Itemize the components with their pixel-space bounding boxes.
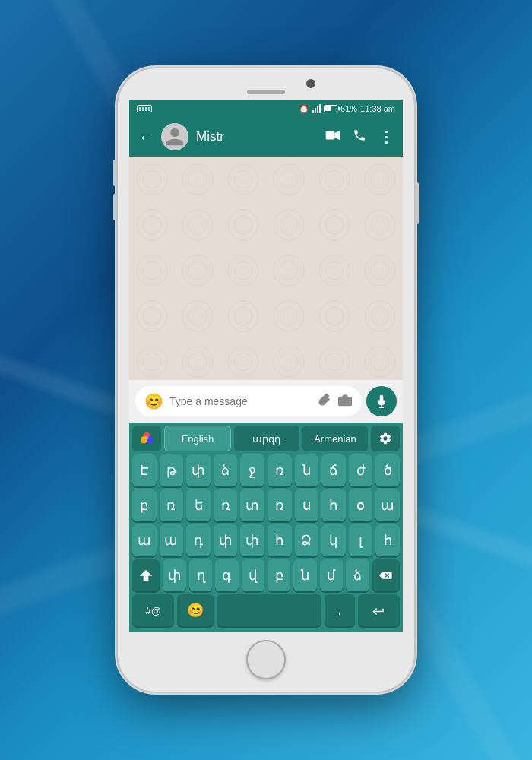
keyboard-row-2: բ ռ ե ռ տ ռ ս հ օ ա — [132, 489, 400, 521]
power-button[interactable] — [416, 182, 419, 224]
key-qa[interactable]: փ — [240, 524, 264, 556]
front-camera — [306, 79, 315, 88]
video-call-icon[interactable] — [325, 130, 340, 144]
key-dz[interactable]: ձ — [214, 454, 238, 486]
message-input-area: 😊 — [129, 380, 403, 423]
battery-indicator — [324, 105, 337, 112]
speaker — [247, 90, 285, 94]
key-ve[interactable]: վ — [242, 559, 264, 591]
language-armenian-script-button[interactable]: արզդ — [234, 426, 299, 451]
keyboard-logo-button[interactable] — [132, 426, 161, 451]
language-english-button[interactable]: English — [164, 426, 231, 451]
key-ph3[interactable]: փ — [163, 559, 185, 591]
keyboard-status-icon — [137, 105, 152, 112]
key-ra[interactable]: ռ — [268, 454, 292, 486]
phone-top-bar — [118, 68, 414, 94]
back-button[interactable]: ← — [138, 128, 154, 146]
signal-bar-3 — [317, 106, 318, 113]
alarm-icon: ⏰ — [299, 104, 309, 114]
contact-name: Mistr — [196, 129, 318, 144]
volume-down-button[interactable] — [113, 194, 116, 220]
key-h[interactable]: հ — [321, 489, 346, 521]
key-aa[interactable]: ա — [132, 524, 157, 556]
time-display: 11:38 am — [360, 104, 395, 113]
battery-percent: 61% — [340, 104, 357, 113]
key-la[interactable]: լ — [349, 524, 373, 556]
shift-key[interactable] — [132, 559, 160, 591]
mic-icon — [375, 394, 388, 408]
camera-button[interactable] — [337, 393, 353, 410]
key-dz2[interactable]: Ձ — [295, 524, 319, 556]
key-o[interactable]: օ — [349, 489, 373, 521]
phone-call-icon[interactable] — [353, 128, 366, 145]
chat-header: ← Mistr ⋮ — [129, 117, 403, 157]
header-icons: ⋮ — [325, 128, 394, 146]
emoji-key[interactable]: 😊 — [177, 594, 213, 626]
keyboard-row-5: #@ 😊 . — [132, 594, 400, 626]
key-t[interactable]: տ — [240, 489, 264, 521]
avatar[interactable] — [161, 123, 188, 150]
key-zhe[interactable]: ժ — [349, 454, 373, 486]
phone-screen: ⏰ 61% 11:38 am ← — [129, 100, 403, 632]
shift-icon — [138, 568, 154, 582]
key-n[interactable]: ռ — [160, 489, 184, 521]
keyboard: English արզդ Armenian Է թ փ ձ ջ ռ ն ճ — [129, 423, 403, 632]
key-rr[interactable]: ռ — [268, 489, 292, 521]
key-e-upper[interactable]: Է — [132, 454, 157, 486]
status-bar: ⏰ 61% 11:38 am — [129, 100, 403, 117]
svg-marker-1 — [334, 131, 340, 140]
key-hu[interactable]: հ — [375, 524, 400, 556]
status-left — [137, 105, 152, 112]
key-da[interactable]: դ — [186, 524, 211, 556]
keyboard-settings-button[interactable] — [371, 426, 400, 451]
enter-key[interactable] — [358, 594, 400, 626]
key-dz3[interactable]: ձ — [346, 559, 369, 591]
key-ye[interactable]: ե — [186, 489, 211, 521]
key-cha[interactable]: ճ — [321, 454, 346, 486]
key-nu[interactable]: ն — [295, 454, 319, 486]
backspace-icon — [379, 568, 393, 582]
signal-bar-1 — [312, 110, 314, 113]
chat-pattern — [129, 157, 403, 380]
key-ph2[interactable]: փ — [214, 524, 238, 556]
keyboard-row-4: փ ղ գ վ բ ն մ ձ — [132, 559, 400, 591]
message-box: 😊 — [135, 386, 362, 416]
language-armenian-button[interactable]: Armenian — [302, 426, 368, 451]
key-p[interactable]: բ — [132, 489, 157, 521]
key-ba[interactable]: բ — [268, 559, 290, 591]
home-button[interactable] — [246, 640, 286, 679]
signal-bars — [312, 104, 321, 113]
mic-button[interactable] — [366, 386, 397, 416]
backspace-key[interactable] — [372, 559, 400, 591]
key-na[interactable]: ն — [293, 559, 316, 591]
key-ka[interactable]: կ — [321, 524, 346, 556]
message-input[interactable] — [169, 395, 312, 407]
svg-point-8 — [144, 435, 149, 440]
phone-bottom — [246, 632, 286, 692]
colorful-logo-icon — [138, 430, 155, 447]
enter-icon — [372, 603, 385, 617]
key-tsa[interactable]: ծ — [375, 454, 400, 486]
key-je[interactable]: ջ — [240, 454, 264, 486]
chat-area — [129, 157, 403, 380]
key-s[interactable]: ս — [295, 489, 319, 521]
key-gh[interactable]: ղ — [189, 559, 212, 591]
key-r[interactable]: ռ — [214, 489, 238, 521]
key-ga[interactable]: գ — [215, 559, 238, 591]
svg-marker-9 — [140, 570, 152, 581]
avatar-icon — [164, 126, 185, 147]
attach-button[interactable] — [318, 393, 331, 410]
key-aa2[interactable]: ա — [160, 524, 184, 556]
key-a[interactable]: ա — [375, 489, 400, 521]
period-key[interactable]: . — [325, 594, 355, 626]
space-key[interactable] — [217, 594, 321, 626]
menu-icon[interactable]: ⋮ — [378, 128, 394, 146]
symbols-key[interactable]: #@ — [132, 594, 174, 626]
emoji-button[interactable]: 😊 — [144, 392, 163, 410]
key-to[interactable]: թ — [160, 454, 184, 486]
key-ph[interactable]: փ — [186, 454, 211, 486]
key-ma[interactable]: մ — [320, 559, 343, 591]
key-ha[interactable]: հ — [268, 524, 292, 556]
volume-up-button[interactable] — [113, 160, 116, 186]
svg-rect-0 — [326, 131, 335, 140]
